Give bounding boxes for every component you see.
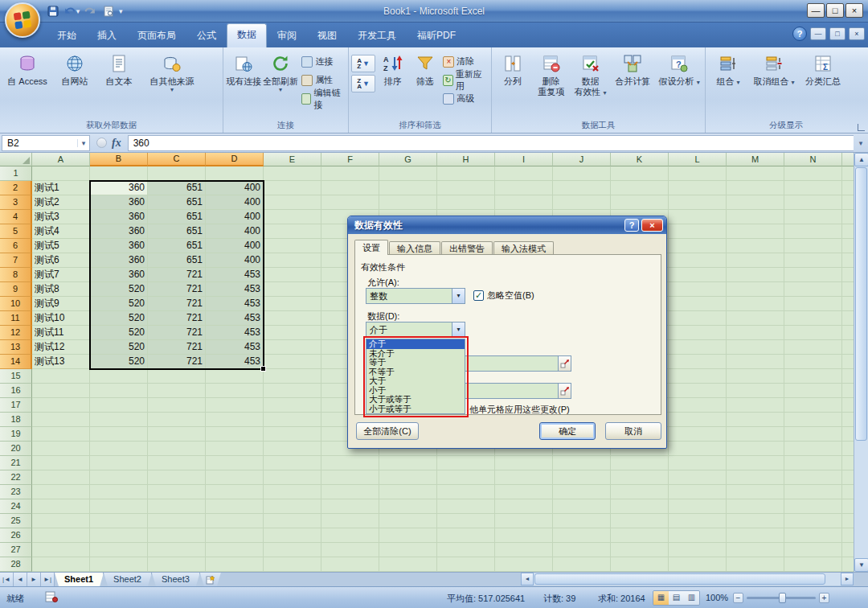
dropdown-option-2[interactable]: 等于 [366,358,465,368]
cell-E27[interactable] [264,543,321,557]
cell-N28[interactable] [784,557,842,572]
cell-B15[interactable] [90,369,148,384]
dialog-tab-0[interactable]: 设置 [354,240,388,255]
cell-A15[interactable] [32,369,90,384]
dialog-tab-1[interactable]: 输入信息 [389,241,440,255]
cell-B28[interactable] [90,557,148,572]
ribbon-tab-5[interactable]: 审阅 [267,25,307,47]
cell-E24[interactable] [264,499,321,514]
dropdown-option-3[interactable]: 不等于 [366,368,465,377]
data-combobox[interactable]: 介于 ▾ [366,322,465,338]
row-header-16[interactable]: 16 [0,384,32,398]
row-header-18[interactable]: 18 [0,413,32,427]
from-other-sources-button[interactable]: 自其他来源 ▾ [141,50,203,93]
row-header-23[interactable]: 23 [0,485,32,499]
cell-L14[interactable] [669,355,727,369]
cell-E15[interactable] [264,369,321,384]
cell-E6[interactable] [264,239,321,253]
existing-connections-button[interactable]: 现有连接 [226,50,262,87]
cell-L6[interactable] [669,239,727,253]
column-header-F[interactable]: F [321,153,379,166]
cell-C20[interactable] [148,442,206,456]
cell-J24[interactable] [553,499,611,514]
cell-A11[interactable]: 测试10 [32,311,90,326]
row-header-27[interactable]: 27 [0,543,32,557]
cell-L4[interactable] [669,210,727,224]
scroll-down-icon[interactable]: ▼ [854,558,868,572]
cell-C7[interactable]: 651 [148,253,206,268]
insert-function-button[interactable]: fx [112,137,121,150]
cell-E12[interactable] [264,326,321,340]
from-access-button[interactable]: 自 Access [2,50,52,87]
cell-M5[interactable] [727,224,784,239]
cell-K22[interactable] [611,470,669,485]
row-header-4[interactable]: 4 [0,210,32,224]
cell-E7[interactable] [264,253,321,268]
row-header-20[interactable]: 20 [0,442,32,456]
cell-I26[interactable] [495,528,553,543]
cell-B16[interactable] [90,384,148,398]
cell-L1[interactable] [669,166,727,181]
cell-D8[interactable]: 453 [206,268,264,282]
cell-B11[interactable]: 520 [90,311,148,326]
view-button-1[interactable]: ▤ [669,591,684,605]
cell-K21[interactable] [611,456,669,470]
cell-D4[interactable]: 400 [206,210,264,224]
sheet-tab-sheet1[interactable]: Sheet1 [55,573,104,586]
row-header-19[interactable]: 19 [0,427,32,442]
print-preview-button[interactable] [100,3,117,19]
row-header-21[interactable]: 21 [0,456,32,470]
cell-M6[interactable] [727,239,784,253]
cell-F1[interactable] [321,166,379,181]
cell-I24[interactable] [495,499,553,514]
cell-D21[interactable] [206,456,264,470]
cell-J25[interactable] [553,514,611,528]
cell-L5[interactable] [669,224,727,239]
row-header-8[interactable]: 8 [0,268,32,282]
cell-D26[interactable] [206,528,264,543]
cell-B24[interactable] [90,499,148,514]
dropdown-option-6[interactable]: 大于或等于 [366,395,465,405]
column-header-B[interactable]: B [90,153,148,166]
column-header-D[interactable]: D [206,153,264,166]
cell-E16[interactable] [264,384,321,398]
cell-A24[interactable] [32,499,90,514]
cell-M14[interactable] [727,355,784,369]
cell-C10[interactable]: 721 [148,297,206,311]
cell-A10[interactable]: 测试9 [32,297,90,311]
cell-D7[interactable]: 400 [206,253,264,268]
sort-ascending-button[interactable]: AZ ▼ [351,55,375,72]
cell-D24[interactable] [206,499,264,514]
minimize-button[interactable]: — [807,3,825,18]
cell-A8[interactable]: 测试7 [32,268,90,282]
cell-A16[interactable] [32,384,90,398]
cell-C1[interactable] [148,166,206,181]
cell-I25[interactable] [495,514,553,528]
cell-E18[interactable] [264,413,321,427]
cell-D12[interactable]: 453 [206,326,264,340]
dialog-help-button[interactable]: ? [624,219,639,232]
row-header-13[interactable]: 13 [0,340,32,355]
cell-A21[interactable] [32,456,90,470]
cell-F28[interactable] [321,557,379,572]
cell-B17[interactable] [90,398,148,413]
column-header-M[interactable]: M [727,153,784,166]
cell-B6[interactable]: 360 [90,239,148,253]
view-button-2[interactable]: ▥ [684,591,699,605]
cell-M28[interactable] [727,557,784,572]
cell-A9[interactable]: 测试8 [32,282,90,297]
cell-N6[interactable] [784,239,842,253]
cell-L11[interactable] [669,311,727,326]
row-header-9[interactable]: 9 [0,282,32,297]
row-header-22[interactable]: 22 [0,470,32,485]
cell-I21[interactable] [495,456,553,470]
cell-J3[interactable] [553,195,611,210]
cell-M22[interactable] [727,470,784,485]
cell-B5[interactable]: 360 [90,224,148,239]
cell-G3[interactable] [379,195,437,210]
cell-D9[interactable]: 453 [206,282,264,297]
cell-K24[interactable] [611,499,669,514]
cell-A7[interactable]: 测试6 [32,253,90,268]
cell-H24[interactable] [437,499,495,514]
cell-B3[interactable]: 360 [90,195,148,210]
